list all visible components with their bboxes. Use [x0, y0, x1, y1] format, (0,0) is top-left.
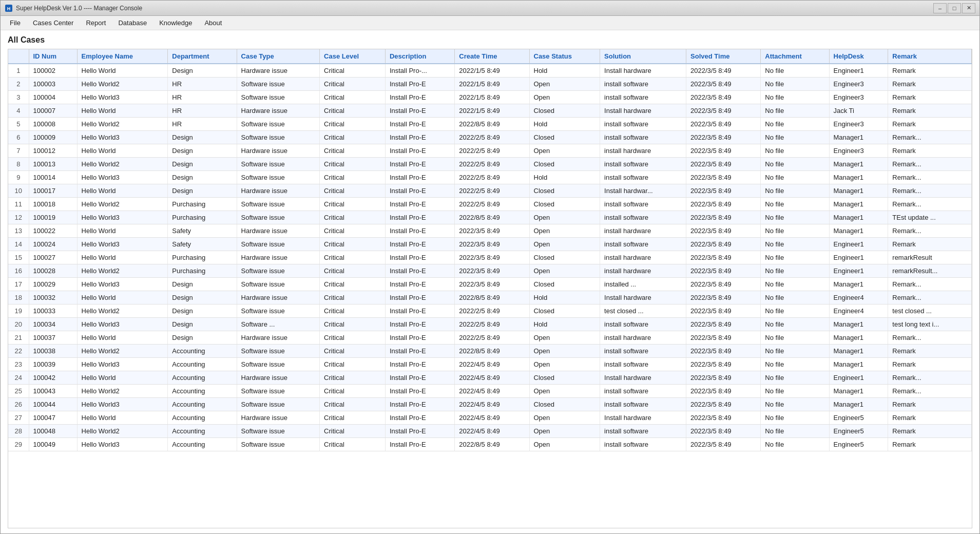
close-button[interactable]: ✕: [962, 3, 975, 13]
menu-report[interactable]: Report: [81, 17, 111, 29]
table-cell: 8: [8, 158, 29, 171]
table-cell: Closed: [529, 251, 600, 264]
table-cell: Install Pro-E: [385, 104, 454, 118]
col-header-id[interactable]: ID Num: [29, 49, 77, 64]
table-cell: Remark: [888, 345, 972, 358]
cases-table: ID Num Employee Name Department Case Typ…: [8, 49, 972, 451]
table-row[interactable]: 19100033Hello World2DesignSoftware issue…: [8, 304, 972, 318]
table-cell: Manager1: [829, 158, 888, 171]
table-cell: Software issue: [237, 238, 320, 251]
table-cell: Install Pro-E: [385, 331, 454, 345]
table-row[interactable]: 3100004Hello World3HRSoftware issueCriti…: [8, 91, 972, 104]
table-cell: No file: [761, 318, 829, 331]
table-row[interactable]: 27100047Hello WorldAccountingHardware is…: [8, 411, 972, 425]
table-cell: No file: [761, 171, 829, 184]
table-cell: Hello World: [77, 411, 168, 425]
col-header-remark[interactable]: Remark: [888, 49, 972, 64]
col-header-desc[interactable]: Description: [385, 49, 454, 64]
col-header-solution[interactable]: Solution: [600, 49, 686, 64]
table-cell: 100029: [29, 278, 77, 291]
menu-about[interactable]: About: [199, 17, 227, 29]
table-cell: No file: [761, 371, 829, 385]
table-row[interactable]: 9100014Hello World3DesignSoftware issueC…: [8, 171, 972, 184]
menu-knowledge[interactable]: Knowledge: [154, 17, 197, 29]
table-row[interactable]: 16100028Hello World2PurchasingSoftware i…: [8, 264, 972, 278]
table-cell: 2022/3/5 8:49: [686, 398, 761, 411]
table-cell: install software: [600, 425, 686, 438]
table-row[interactable]: 15100027Hello WorldPurchasingHardware is…: [8, 251, 972, 264]
table-row[interactable]: 29100049Hello World3AccountingSoftware i…: [8, 438, 972, 451]
table-cell: Install Pro-E: [385, 411, 454, 425]
table-row[interactable]: 11100018Hello World2PurchasingSoftware i…: [8, 198, 972, 211]
table-row[interactable]: 1100002Hello WorldDesignHardware issueCr…: [8, 64, 972, 78]
table-cell: 12: [8, 211, 29, 224]
table-row[interactable]: 25100043Hello World2AccountingSoftware i…: [8, 385, 972, 398]
table-row[interactable]: 20100034Hello World3DesignSoftware ...Cr…: [8, 318, 972, 331]
table-cell: Accounting: [168, 358, 237, 371]
col-header-name[interactable]: Employee Name: [77, 49, 168, 64]
table-row[interactable]: 17100029Hello World3DesignSoftware issue…: [8, 278, 972, 291]
col-header-create[interactable]: Create Time: [455, 49, 529, 64]
col-header-status[interactable]: Case Status: [529, 49, 600, 64]
table-cell: Engineer1: [829, 238, 888, 251]
cases-table-container[interactable]: ID Num Employee Name Department Case Typ…: [8, 49, 972, 528]
table-row[interactable]: 4100007Hello WorldHRHardware issueCritic…: [8, 104, 972, 118]
menu-database[interactable]: Database: [113, 17, 152, 29]
table-row[interactable]: 12100019Hello World3PurchasingSoftware i…: [8, 211, 972, 224]
table-row[interactable]: 8100013Hello World2DesignSoftware issueC…: [8, 158, 972, 171]
table-cell: Install Pro-E: [385, 224, 454, 238]
page-title: All Cases: [8, 35, 972, 45]
col-header-dept[interactable]: Department: [168, 49, 237, 64]
table-cell: 100014: [29, 171, 77, 184]
menu-file[interactable]: File: [5, 17, 26, 29]
table-row[interactable]: 14100024Hello World3SafetySoftware issue…: [8, 238, 972, 251]
table-row[interactable]: 13100022Hello WorldSafetyHardware issueC…: [8, 224, 972, 238]
table-cell: Install Pro-E: [385, 371, 454, 385]
table-row[interactable]: 6100009Hello World3DesignSoftware issueC…: [8, 131, 972, 144]
col-header-solved[interactable]: Solved Time: [686, 49, 761, 64]
table-cell: Critical: [320, 358, 386, 371]
table-cell: install software: [600, 118, 686, 131]
table-cell: test closed ...: [600, 304, 686, 318]
table-cell: 5: [8, 118, 29, 131]
table-cell: Hardware issue: [237, 64, 320, 78]
table-cell: 100044: [29, 398, 77, 411]
col-header-helpdesk[interactable]: HelpDesk: [829, 49, 888, 64]
col-header-attach[interactable]: Attachment: [761, 49, 829, 64]
table-cell: Remark: [888, 78, 972, 91]
table-cell: Install Pro-E: [385, 385, 454, 398]
table-cell: Install Pro-E: [385, 251, 454, 264]
col-header-type[interactable]: Case Type: [237, 49, 320, 64]
table-row[interactable]: 5100008Hello World2HRSoftware issueCriti…: [8, 118, 972, 131]
table-cell: 2022/4/5 8:49: [455, 398, 529, 411]
table-row[interactable]: 23100039Hello World3AccountingSoftware i…: [8, 358, 972, 371]
table-cell: Install hardwar...: [600, 184, 686, 198]
table-cell: Engineer1: [829, 251, 888, 264]
maximize-button[interactable]: □: [948, 3, 961, 13]
table-row[interactable]: 10100017Hello WorldDesignHardware issueC…: [8, 184, 972, 198]
table-cell: Accounting: [168, 411, 237, 425]
table-cell: TEst update ...: [888, 211, 972, 224]
table-row[interactable]: 22100038Hello World2AccountingSoftware i…: [8, 345, 972, 358]
col-header-num[interactable]: [8, 49, 29, 64]
table-cell: install software: [600, 171, 686, 184]
table-row[interactable]: 24100042Hello WorldAccountingHardware is…: [8, 371, 972, 385]
table-cell: Closed: [529, 304, 600, 318]
table-row[interactable]: 18100032Hello WorldDesignHardware issueC…: [8, 291, 972, 304]
table-cell: 100043: [29, 385, 77, 398]
table-cell: 2022/1/5 8:49: [455, 78, 529, 91]
col-header-level[interactable]: Case Level: [320, 49, 386, 64]
minimize-button[interactable]: –: [933, 3, 947, 13]
table-row[interactable]: 2100003Hello World2HRSoftware issueCriti…: [8, 78, 972, 91]
table-row[interactable]: 26100044Hello World3AccountingSoftware i…: [8, 398, 972, 411]
table-cell: Open: [529, 91, 600, 104]
table-row[interactable]: 21100037Hello WorldDesignHardware issueC…: [8, 331, 972, 345]
table-row[interactable]: 28100048Hello World2AccountingSoftware i…: [8, 425, 972, 438]
table-cell: Critical: [320, 318, 386, 331]
table-cell: Engineer4: [829, 291, 888, 304]
table-cell: 9: [8, 171, 29, 184]
table-cell: 100022: [29, 224, 77, 238]
table-row[interactable]: 7100012Hello WorldDesignHardware issueCr…: [8, 144, 972, 158]
menu-cases-center[interactable]: Cases Center: [28, 17, 79, 29]
table-cell: Hello World: [77, 331, 168, 345]
